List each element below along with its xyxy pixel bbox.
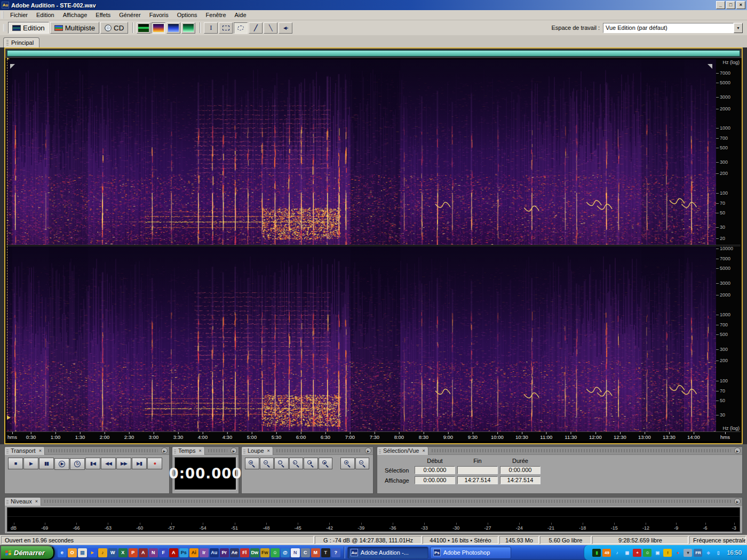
menu-item[interactable]: Fenêtre [202, 11, 231, 19]
close-button[interactable]: × [736, 1, 745, 9]
excel-icon[interactable]: X [118, 548, 128, 557]
loupe-panel-tab[interactable]: Loupe × [242, 447, 273, 455]
selection-duration-field[interactable]: 0:00.000 [500, 466, 541, 474]
pencil-tool[interactable] [249, 22, 263, 34]
onenote-icon[interactable]: N [149, 548, 158, 557]
zoom-right-edge-button[interactable]: ► [319, 458, 333, 469]
title-bar[interactable]: Au Adobe Audition - STE-002.wav _□× [0, 0, 747, 10]
frontpage-icon[interactable]: F [159, 548, 168, 557]
level-meter[interactable]: dB-69-66-63-60-57-54-51-48-45-42-39-36-3… [7, 507, 740, 532]
minimize-button[interactable]: _ [716, 1, 725, 9]
panel-menu-button[interactable]: ▶ [734, 447, 741, 454]
help-icon[interactable]: ? [331, 548, 340, 557]
loupe-panel-header[interactable]: Loupe × ▶ [242, 447, 373, 455]
photoshop-icon[interactable]: Ps [179, 548, 188, 557]
panel-drag-grip[interactable] [44, 500, 731, 503]
network-status-icon[interactable]: ▣ [653, 549, 662, 557]
go-to-beginning-button[interactable]: ▮◀ [85, 458, 100, 469]
panel-menu-button[interactable]: ▶ [734, 498, 741, 505]
edition-view-button[interactable]: Edition [8, 22, 49, 34]
terminal-icon[interactable]: T [321, 548, 330, 557]
menu-item[interactable]: Edition [32, 11, 59, 19]
word-icon[interactable]: W [108, 548, 117, 557]
audition-icon[interactable]: Au [210, 548, 219, 557]
close-icon[interactable]: × [39, 449, 42, 453]
imageready-icon[interactable]: Ir [200, 548, 209, 557]
timeline-position-marker[interactable] [7, 415, 11, 420]
notepad-icon[interactable]: N [291, 548, 300, 557]
tab-principal[interactable]: Principal [3, 37, 39, 47]
messenger-icon[interactable]: ☺ [271, 548, 280, 557]
powerpoint-icon[interactable]: P [129, 548, 138, 557]
panel-drag-grip[interactable] [432, 449, 731, 452]
antivirus-icon[interactable]: + [633, 549, 641, 557]
frequency-axis-right[interactable]: 1000070005000300020001000700500300200100… [716, 246, 741, 431]
view-end-field[interactable]: 14:27.514 [457, 476, 498, 484]
waveform-display-icon[interactable] [137, 22, 150, 34]
transport-panel-header[interactable]: Transport × ▶ [5, 447, 169, 455]
selection-vue-panel-header[interactable]: Sélection/Vue × ▶ [377, 447, 742, 455]
niveaux-panel-header[interactable]: Niveaux × ▶ [5, 498, 742, 506]
panel-menu-button[interactable]: ▶ [161, 447, 168, 454]
zoom-out-horizontal-button[interactable]: − [260, 458, 274, 469]
fast-forward-button[interactable]: ▶▶ [116, 458, 131, 469]
menu-item[interactable]: Favoris [145, 11, 173, 19]
illustrator-icon[interactable]: Ai [189, 548, 198, 557]
spectral-phase-display-icon[interactable] [181, 22, 195, 34]
scheduler-icon[interactable]: ◆ [704, 549, 712, 557]
panel-menu-button[interactable]: ▶ [365, 447, 371, 454]
multipiste-view-button[interactable]: Multipiste [50, 22, 99, 34]
frequency-axis-left[interactable]: 7000500030002000100070050030020010070503… [716, 59, 741, 245]
restore-button[interactable]: □ [726, 1, 735, 9]
task-adobe-audition[interactable]: Au Adobe Audition -... [347, 547, 428, 559]
media-player-icon[interactable]: ► [88, 548, 97, 557]
overview-scroll-bar[interactable] [7, 50, 740, 57]
selection-vue-panel-tab[interactable]: Sélection/Vue × [377, 447, 428, 455]
close-icon[interactable]: × [267, 449, 270, 453]
volume-icon[interactable]: ♪ [613, 549, 621, 557]
start-button[interactable]: Démarrer [0, 545, 54, 560]
pause-button[interactable]: ▮▮ [39, 458, 54, 469]
fireworks-icon[interactable]: Fw [260, 548, 269, 557]
panel-drag-grip[interactable] [208, 449, 227, 452]
hybrid-tool[interactable] [204, 22, 218, 34]
premiere-icon[interactable]: Pr [220, 548, 229, 557]
niveaux-panel-tab[interactable]: Niveaux × [5, 498, 41, 506]
show-desktop-icon[interactable]: ▤ [78, 548, 87, 557]
spectrogram-right-channel[interactable] [6, 246, 716, 431]
rewind-button[interactable]: ◀◀ [101, 458, 116, 469]
selection-handle-right[interactable] [708, 64, 712, 69]
usb-safely-remove-icon[interactable]: ▾ [684, 549, 692, 557]
language-indicator[interactable]: FR [694, 549, 702, 557]
winamp-icon[interactable]: ♪ [98, 548, 107, 557]
view-duration-field[interactable]: 14:27.514 [500, 476, 541, 484]
panel-menu-button[interactable]: ▶ [231, 447, 237, 454]
cd-view-button[interactable]: CD [100, 22, 128, 34]
acrobat-icon[interactable]: A [169, 548, 178, 557]
zoom-in-vertical-button[interactable]: + [340, 458, 355, 469]
menu-item[interactable]: Générer [115, 11, 145, 19]
update-notifier-icon[interactable]: ! [663, 549, 672, 557]
spectrogram-left-channel[interactable] [6, 59, 716, 245]
menu-item[interactable]: Effets [91, 11, 115, 19]
temps-panel-tab[interactable]: Temps × [172, 447, 205, 455]
play-from-cursor-button[interactable]: ▶ [54, 458, 69, 470]
playhead-cursor[interactable] [7, 59, 7, 419]
zoom-full-button[interactable]: □ [274, 458, 289, 469]
workspace-combo[interactable]: Vue Edition (par défaut) ▼ [603, 23, 743, 33]
outlook-icon[interactable]: O [68, 548, 77, 557]
toolbar-grip[interactable] [3, 24, 6, 31]
messenger-status-icon[interactable]: ☺ [643, 549, 651, 557]
task-adobe-photoshop[interactable]: Ps Adobe Photoshop [430, 547, 511, 559]
chevron-down-icon[interactable]: ▼ [734, 23, 743, 33]
close-icon[interactable]: × [422, 449, 425, 453]
internet-explorer-icon[interactable]: e [58, 548, 67, 557]
selection-end-field[interactable] [457, 466, 498, 474]
spectral-pan-display-icon[interactable] [166, 22, 180, 34]
paint-icon[interactable]: M [311, 548, 320, 557]
go-to-end-button[interactable]: ▶▮ [132, 458, 147, 469]
transport-panel-tab[interactable]: Transport × [5, 447, 45, 455]
zoom-left-edge-button[interactable]: ◄ [304, 458, 318, 469]
pen-tool[interactable] [264, 22, 277, 34]
display-settings-icon[interactable]: ▦ [623, 549, 631, 557]
